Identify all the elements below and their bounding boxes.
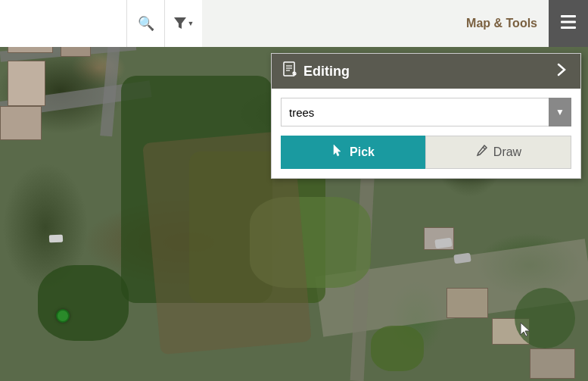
vegetation-area (515, 288, 575, 348)
building (0, 106, 42, 140)
layer-select[interactable]: trees buildings roads paths (281, 98, 571, 126)
pick-label: Pick (350, 145, 375, 159)
draw-pencil-icon (475, 144, 489, 161)
menu-icon (559, 14, 577, 33)
map-marker[interactable] (56, 309, 70, 323)
pick-cursor-icon (331, 144, 345, 161)
toolbar: 🔍 ▼ Map & Tools (0, 0, 588, 47)
map-tools-button[interactable]: Map & Tools (455, 0, 549, 47)
vehicle (49, 235, 63, 243)
editing-header: Editing (272, 54, 580, 89)
editing-title: Editing (303, 64, 350, 80)
vegetation-area (371, 326, 424, 371)
editing-buttons: Pick Draw (281, 136, 571, 169)
editing-body: trees buildings roads paths ▼ Pick (272, 89, 580, 178)
building (530, 348, 575, 379)
building (8, 61, 45, 106)
svg-rect-1 (561, 20, 576, 23)
building (446, 288, 488, 318)
menu-button[interactable] (549, 0, 588, 47)
pick-button[interactable]: Pick (281, 136, 425, 169)
vegetation-area (38, 265, 129, 341)
map-container[interactable]: 🔍 ▼ Map & Tools (0, 0, 588, 381)
editing-panel: Editing trees buildings roads paths ▼ (271, 53, 581, 179)
search-button[interactable]: 🔍 (126, 0, 164, 47)
draw-button[interactable]: Draw (425, 136, 571, 169)
editing-header-left: Editing (282, 61, 350, 82)
draw-label: Draw (493, 145, 521, 159)
svg-rect-2 (561, 27, 576, 29)
filter-button[interactable]: ▼ (164, 0, 202, 47)
editing-chevron-button[interactable] (553, 62, 570, 81)
editing-doc-icon (282, 61, 297, 82)
map-tools-label: Map & Tools (466, 17, 537, 30)
filter-icon: ▼ (173, 16, 194, 31)
layer-select-wrapper: trees buildings roads paths ▼ (281, 98, 571, 126)
search-icon: 🔍 (138, 15, 154, 32)
search-area[interactable] (0, 0, 126, 47)
svg-rect-0 (561, 15, 576, 17)
svg-line-8 (483, 147, 485, 149)
search-input[interactable] (0, 0, 126, 47)
